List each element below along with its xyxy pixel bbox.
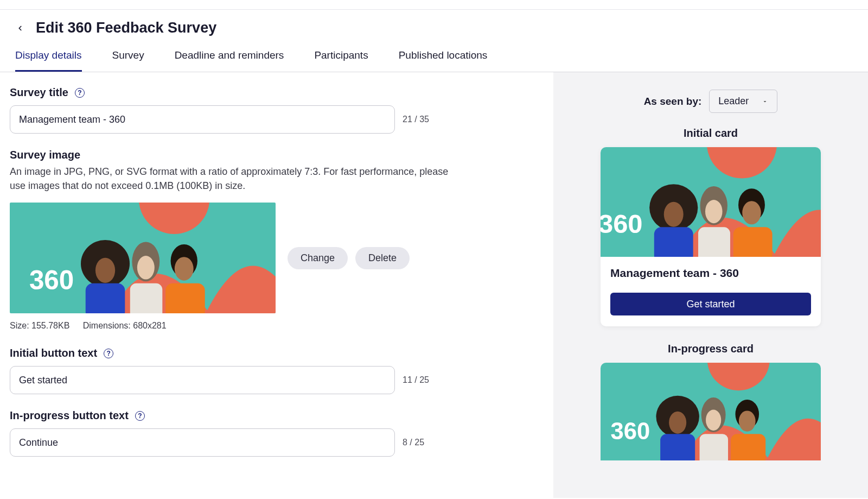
caret-down-icon bbox=[762, 98, 768, 105]
image-dimensions: Dimensions: 680x281 bbox=[83, 321, 167, 330]
initial-button-text-label: Initial button text bbox=[10, 347, 97, 359]
survey-image-help-text: An image in JPG, PNG, or SVG format with… bbox=[10, 165, 460, 193]
survey-image-preview bbox=[10, 203, 276, 313]
image-meta: Size: 155.78KB Dimensions: 680x281 bbox=[10, 321, 537, 331]
help-icon[interactable]: ? bbox=[104, 349, 113, 358]
initial-card-image bbox=[601, 147, 821, 257]
initial-card-title: Management team - 360 bbox=[610, 267, 811, 280]
image-size: Size: 155.78KB bbox=[10, 321, 69, 330]
as-seen-by-value: Leader bbox=[718, 96, 749, 107]
tab-display-details[interactable]: Display details bbox=[15, 49, 82, 72]
inprogress-button-text-label: In-progress button text bbox=[10, 409, 129, 422]
as-seen-by-label: As seen by: bbox=[644, 96, 702, 108]
inprogress-button-text-counter: 8 / 25 bbox=[403, 438, 424, 447]
back-button[interactable] bbox=[13, 21, 27, 35]
initial-card-preview: Management team - 360 Get started bbox=[601, 147, 821, 326]
top-chrome-divider bbox=[0, 0, 868, 10]
as-seen-by-select[interactable]: Leader bbox=[709, 90, 777, 113]
form-panel: Survey title ? 21 / 35 Survey image An i… bbox=[0, 72, 553, 498]
change-image-button[interactable]: Change bbox=[288, 247, 348, 269]
survey-title-label: Survey title bbox=[10, 86, 68, 99]
inprogress-card-image bbox=[601, 363, 821, 460]
tabs: Display details Survey Deadline and remi… bbox=[0, 40, 868, 72]
tab-survey[interactable]: Survey bbox=[112, 49, 144, 72]
initial-button-text-counter: 11 / 25 bbox=[403, 375, 429, 385]
help-icon[interactable]: ? bbox=[75, 88, 85, 98]
initial-card-heading: Initial card bbox=[553, 127, 868, 140]
chevron-left-icon bbox=[16, 24, 24, 32]
initial-card-cta-button[interactable]: Get started bbox=[610, 293, 811, 315]
initial-button-text-input[interactable] bbox=[10, 366, 395, 394]
tab-published-locations[interactable]: Published locations bbox=[399, 49, 488, 72]
inprogress-card-heading: In-progress card bbox=[553, 343, 868, 355]
help-icon[interactable]: ? bbox=[135, 411, 145, 421]
tab-deadline[interactable]: Deadline and reminders bbox=[175, 49, 284, 72]
tab-participants[interactable]: Participants bbox=[314, 49, 368, 72]
survey-title-counter: 21 / 35 bbox=[403, 115, 429, 124]
preview-panel: As seen by: Leader Initial card Manageme… bbox=[553, 72, 868, 498]
page-title: Edit 360 Feedback Survey bbox=[36, 20, 216, 36]
survey-title-input[interactable] bbox=[10, 105, 395, 134]
inprogress-button-text-input[interactable] bbox=[10, 428, 395, 457]
delete-image-button[interactable]: Delete bbox=[355, 247, 410, 269]
survey-image-label: Survey image bbox=[10, 149, 80, 161]
